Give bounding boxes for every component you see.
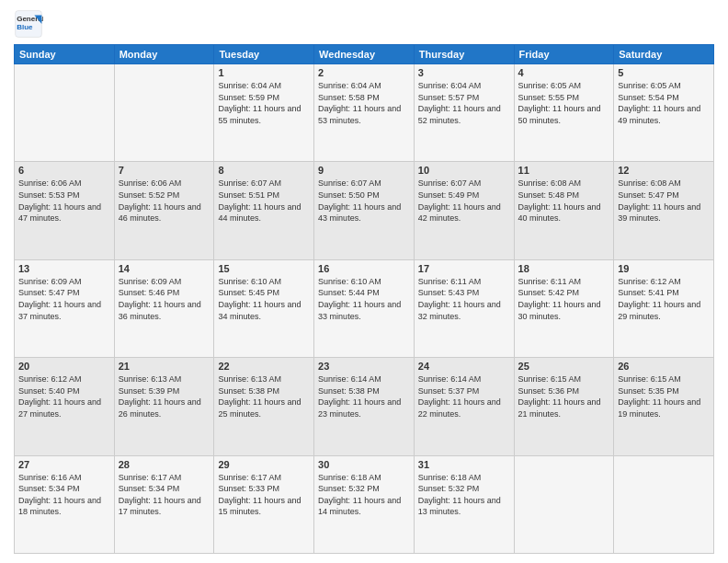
calendar-cell: 18Sunrise: 6:11 AMSunset: 5:42 PMDayligh… xyxy=(514,259,614,357)
day-info: Sunrise: 6:05 AMSunset: 5:54 PMDaylight:… xyxy=(618,80,710,126)
calendar-cell: 29Sunrise: 6:17 AMSunset: 5:33 PMDayligh… xyxy=(214,455,314,553)
calendar-cell: 28Sunrise: 6:17 AMSunset: 5:34 PMDayligh… xyxy=(114,455,214,553)
day-info: Sunrise: 6:04 AMSunset: 5:57 PMDaylight:… xyxy=(418,80,510,126)
day-number: 15 xyxy=(218,263,310,274)
day-info: Sunrise: 6:08 AMSunset: 5:47 PMDaylight:… xyxy=(618,178,710,224)
calendar-cell: 16Sunrise: 6:10 AMSunset: 5:44 PMDayligh… xyxy=(314,259,415,357)
day-header-tuesday: Tuesday xyxy=(214,45,314,64)
day-number: 8 xyxy=(218,165,310,176)
calendar-cell: 12Sunrise: 6:08 AMSunset: 5:47 PMDayligh… xyxy=(614,162,714,259)
header: General Blue xyxy=(14,9,714,39)
day-number: 2 xyxy=(318,67,410,78)
day-info: Sunrise: 6:09 AMSunset: 5:47 PMDaylight:… xyxy=(18,276,110,322)
day-info: Sunrise: 6:04 AMSunset: 5:59 PMDaylight:… xyxy=(218,80,310,126)
day-info: Sunrise: 6:15 AMSunset: 5:35 PMDaylight:… xyxy=(618,373,710,419)
calendar-cell: 20Sunrise: 6:12 AMSunset: 5:40 PMDayligh… xyxy=(15,358,115,455)
calendar-cell: 2Sunrise: 6:04 AMSunset: 5:58 PMDaylight… xyxy=(314,64,415,162)
calendar-cell xyxy=(614,455,714,553)
day-info: Sunrise: 6:12 AMSunset: 5:41 PMDaylight:… xyxy=(618,276,710,322)
calendar-week-3: 13Sunrise: 6:09 AMSunset: 5:47 PMDayligh… xyxy=(15,259,714,357)
calendar-cell: 31Sunrise: 6:18 AMSunset: 5:32 PMDayligh… xyxy=(414,455,514,553)
calendar-cell: 19Sunrise: 6:12 AMSunset: 5:41 PMDayligh… xyxy=(614,259,714,357)
calendar-cell xyxy=(15,64,115,162)
calendar-cell xyxy=(114,64,214,162)
day-header-friday: Friday xyxy=(514,45,614,64)
day-number: 14 xyxy=(119,263,210,274)
day-header-saturday: Saturday xyxy=(614,45,714,64)
day-number: 28 xyxy=(119,459,210,470)
day-number: 22 xyxy=(218,361,310,372)
day-number: 1 xyxy=(218,67,310,78)
calendar-cell: 17Sunrise: 6:11 AMSunset: 5:43 PMDayligh… xyxy=(414,259,514,357)
day-info: Sunrise: 6:11 AMSunset: 5:42 PMDaylight:… xyxy=(518,276,610,322)
calendar-cell: 9Sunrise: 6:07 AMSunset: 5:50 PMDaylight… xyxy=(314,162,415,259)
calendar-cell: 7Sunrise: 6:06 AMSunset: 5:52 PMDaylight… xyxy=(114,162,214,259)
day-header-wednesday: Wednesday xyxy=(314,45,415,64)
calendar-table: SundayMondayTuesdayWednesdayThursdayFrid… xyxy=(14,44,714,554)
day-number: 4 xyxy=(518,67,610,78)
day-number: 6 xyxy=(18,165,110,176)
day-info: Sunrise: 6:14 AMSunset: 5:38 PMDaylight:… xyxy=(318,373,410,419)
logo: General Blue xyxy=(14,9,43,39)
calendar-cell: 11Sunrise: 6:08 AMSunset: 5:48 PMDayligh… xyxy=(514,162,614,259)
svg-text:Blue: Blue xyxy=(17,23,33,31)
calendar-cell: 30Sunrise: 6:18 AMSunset: 5:32 PMDayligh… xyxy=(314,455,415,553)
day-number: 19 xyxy=(618,263,710,274)
day-number: 25 xyxy=(518,361,610,372)
day-number: 17 xyxy=(418,263,510,274)
calendar-cell: 1Sunrise: 6:04 AMSunset: 5:59 PMDaylight… xyxy=(214,64,314,162)
calendar-page: General Blue SundayMondayTuesdayWednesda… xyxy=(0,0,728,563)
day-info: Sunrise: 6:04 AMSunset: 5:58 PMDaylight:… xyxy=(318,80,410,126)
calendar-week-2: 6Sunrise: 6:06 AMSunset: 5:53 PMDaylight… xyxy=(15,162,714,259)
day-info: Sunrise: 6:10 AMSunset: 5:44 PMDaylight:… xyxy=(318,276,410,322)
calendar-cell: 24Sunrise: 6:14 AMSunset: 5:37 PMDayligh… xyxy=(414,358,514,455)
day-number: 9 xyxy=(318,165,410,176)
day-info: Sunrise: 6:11 AMSunset: 5:43 PMDaylight:… xyxy=(418,276,510,322)
day-number: 7 xyxy=(119,165,210,176)
day-info: Sunrise: 6:15 AMSunset: 5:36 PMDaylight:… xyxy=(518,373,610,419)
day-info: Sunrise: 6:10 AMSunset: 5:45 PMDaylight:… xyxy=(218,276,310,322)
day-info: Sunrise: 6:12 AMSunset: 5:40 PMDaylight:… xyxy=(18,373,110,419)
calendar-cell: 22Sunrise: 6:13 AMSunset: 5:38 PMDayligh… xyxy=(214,358,314,455)
calendar-cell: 10Sunrise: 6:07 AMSunset: 5:49 PMDayligh… xyxy=(414,162,514,259)
day-number: 10 xyxy=(418,165,510,176)
day-number: 21 xyxy=(119,361,210,372)
calendar-header-row: SundayMondayTuesdayWednesdayThursdayFrid… xyxy=(15,45,714,64)
day-info: Sunrise: 6:17 AMSunset: 5:34 PMDaylight:… xyxy=(119,472,210,518)
calendar-week-5: 27Sunrise: 6:16 AMSunset: 5:34 PMDayligh… xyxy=(15,455,714,553)
calendar-week-1: 1Sunrise: 6:04 AMSunset: 5:59 PMDaylight… xyxy=(15,64,714,162)
day-number: 29 xyxy=(218,459,310,470)
day-info: Sunrise: 6:13 AMSunset: 5:38 PMDaylight:… xyxy=(218,373,310,419)
calendar-cell: 25Sunrise: 6:15 AMSunset: 5:36 PMDayligh… xyxy=(514,358,614,455)
day-number: 24 xyxy=(418,361,510,372)
day-info: Sunrise: 6:07 AMSunset: 5:49 PMDaylight:… xyxy=(418,178,510,224)
day-info: Sunrise: 6:06 AMSunset: 5:52 PMDaylight:… xyxy=(119,178,210,224)
day-info: Sunrise: 6:14 AMSunset: 5:37 PMDaylight:… xyxy=(418,373,510,419)
day-info: Sunrise: 6:18 AMSunset: 5:32 PMDaylight:… xyxy=(418,472,510,518)
calendar-cell: 3Sunrise: 6:04 AMSunset: 5:57 PMDaylight… xyxy=(414,64,514,162)
day-number: 12 xyxy=(618,165,710,176)
day-header-sunday: Sunday xyxy=(15,45,115,64)
calendar-cell: 6Sunrise: 6:06 AMSunset: 5:53 PMDaylight… xyxy=(15,162,115,259)
day-header-thursday: Thursday xyxy=(414,45,514,64)
day-info: Sunrise: 6:17 AMSunset: 5:33 PMDaylight:… xyxy=(218,472,310,518)
day-info: Sunrise: 6:07 AMSunset: 5:50 PMDaylight:… xyxy=(318,178,410,224)
calendar-week-4: 20Sunrise: 6:12 AMSunset: 5:40 PMDayligh… xyxy=(15,358,714,455)
day-info: Sunrise: 6:09 AMSunset: 5:46 PMDaylight:… xyxy=(119,276,210,322)
day-number: 27 xyxy=(18,459,110,470)
calendar-cell: 15Sunrise: 6:10 AMSunset: 5:45 PMDayligh… xyxy=(214,259,314,357)
calendar-cell: 26Sunrise: 6:15 AMSunset: 5:35 PMDayligh… xyxy=(614,358,714,455)
calendar-cell: 14Sunrise: 6:09 AMSunset: 5:46 PMDayligh… xyxy=(114,259,214,357)
day-number: 5 xyxy=(618,67,710,78)
calendar-cell: 21Sunrise: 6:13 AMSunset: 5:39 PMDayligh… xyxy=(114,358,214,455)
day-info: Sunrise: 6:08 AMSunset: 5:48 PMDaylight:… xyxy=(518,178,610,224)
day-number: 11 xyxy=(518,165,610,176)
calendar-cell: 27Sunrise: 6:16 AMSunset: 5:34 PMDayligh… xyxy=(15,455,115,553)
day-number: 30 xyxy=(318,459,410,470)
day-info: Sunrise: 6:16 AMSunset: 5:34 PMDaylight:… xyxy=(18,472,110,518)
day-info: Sunrise: 6:13 AMSunset: 5:39 PMDaylight:… xyxy=(119,373,210,419)
day-header-monday: Monday xyxy=(114,45,214,64)
day-number: 18 xyxy=(518,263,610,274)
logo-icon: General Blue xyxy=(14,9,43,39)
day-number: 20 xyxy=(18,361,110,372)
